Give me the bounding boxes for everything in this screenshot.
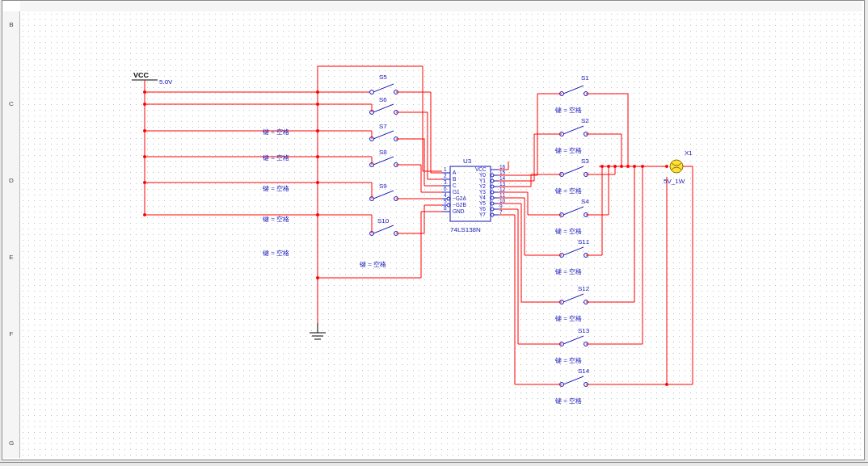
svg-point-175	[620, 165, 623, 168]
svg-text:Y1: Y1	[479, 178, 486, 183]
svg-text:VCC: VCC	[475, 166, 487, 172]
svg-text:S5: S5	[379, 73, 387, 81]
svg-text:S8: S8	[379, 149, 387, 156]
svg-text:14: 14	[499, 175, 506, 181]
switch-S2[interactable]: S2	[560, 117, 590, 136]
key-label: 键 = 空格	[554, 397, 582, 405]
svg-point-186	[665, 383, 668, 386]
svg-point-15	[370, 90, 374, 94]
svg-text:C: C	[453, 183, 457, 188]
svg-point-88	[447, 204, 450, 207]
svg-text:74LS138N: 74LS138N	[450, 226, 481, 233]
switch-S10[interactable]: S10	[370, 217, 398, 236]
svg-text:S1: S1	[581, 74, 589, 82]
svg-point-102	[491, 202, 494, 205]
schematic-canvas[interactable]: VCC 5.0V 键 = 空格	[20, 11, 862, 458]
svg-point-94	[491, 179, 494, 183]
svg-text:S4: S4	[581, 198, 589, 205]
svg-text:3: 3	[444, 179, 447, 185]
svg-point-98	[491, 191, 494, 194]
ground-symbol	[310, 323, 326, 339]
svg-point-176	[626, 165, 630, 168]
svg-text:Y4: Y4	[479, 195, 486, 200]
svg-text:S7: S7	[379, 123, 387, 130]
svg-text:16: 16	[499, 164, 506, 170]
svg-text:9: 9	[499, 204, 503, 209]
svg-line-26	[373, 131, 394, 139]
svg-point-173	[607, 165, 610, 168]
ruler-label: F	[3, 330, 19, 338]
switch-S8[interactable]: S8	[370, 149, 398, 167]
ruler-label: G	[3, 439, 19, 447]
schematic-svg: VCC 5.0V 键 = 空格	[20, 11, 862, 458]
svg-text:~G2B: ~G2B	[453, 202, 466, 208]
svg-point-179	[665, 165, 668, 168]
switch-S3[interactable]: S3	[560, 157, 590, 177]
svg-point-174	[613, 165, 617, 168]
svg-line-165	[563, 336, 584, 344]
switch-S14[interactable]: S14	[560, 367, 590, 387]
switch-S12[interactable]: S12	[560, 285, 590, 304]
switch-S5[interactable]: S5	[370, 73, 398, 94]
svg-line-161	[563, 294, 584, 302]
svg-line-149	[563, 166, 584, 174]
svg-point-86	[447, 197, 450, 200]
ruler-label: E	[3, 254, 19, 261]
key-label: 键 = 空格	[554, 187, 582, 195]
svg-text:S6: S6	[379, 96, 387, 103]
svg-text:6: 6	[444, 186, 447, 191]
key-label: 键 = 空格	[554, 357, 582, 364]
svg-text:5V_1W: 5V_1W	[664, 178, 685, 185]
svg-text:A: A	[453, 170, 457, 175]
ruler-top	[20, 2, 862, 11]
svg-text:S11: S11	[578, 238, 590, 246]
svg-line-141	[563, 86, 584, 94]
switch-S6[interactable]: S6	[370, 96, 398, 115]
svg-text:U3: U3	[463, 157, 472, 165]
key-label: 键 = 空格	[262, 154, 289, 162]
svg-text:S3: S3	[581, 157, 589, 165]
switch-S4[interactable]: S4	[560, 198, 590, 217]
svg-text:2: 2	[444, 173, 447, 178]
ruler-label: D	[3, 177, 19, 184]
svg-point-77	[316, 276, 319, 279]
ic-U3[interactable]: U3 74LS138N A	[442, 157, 506, 233]
svg-text:S2: S2	[581, 117, 589, 124]
switch-S11[interactable]: S11	[560, 238, 590, 258]
switch-S1[interactable]: S1	[560, 74, 590, 96]
svg-text:10: 10	[499, 198, 506, 204]
svg-point-48	[316, 155, 319, 158]
key-label: 键 = 空格	[554, 268, 582, 275]
svg-point-46	[316, 103, 319, 106]
svg-point-45	[316, 90, 319, 94]
svg-point-50	[316, 213, 319, 216]
svg-line-153	[563, 207, 584, 215]
svg-text:G1: G1	[453, 189, 460, 195]
svg-text:Y2: Y2	[479, 183, 486, 189]
svg-text:15: 15	[499, 170, 506, 175]
key-label: 键 = 空格	[554, 315, 582, 322]
key-label: 键 = 空格	[262, 185, 289, 192]
switch-S13[interactable]: S13	[560, 327, 590, 346]
svg-text:1: 1	[444, 166, 447, 172]
svg-text:4: 4	[444, 192, 447, 198]
svg-line-145	[563, 126, 584, 134]
svg-text:S14: S14	[578, 367, 590, 375]
ruler-label: B	[3, 21, 19, 28]
switch-S9[interactable]: S9	[370, 183, 398, 201]
svg-point-172	[600, 165, 604, 168]
switch-S7[interactable]: S7	[370, 123, 398, 141]
svg-line-157	[563, 247, 584, 255]
key-label: 键 = 空格	[554, 107, 582, 114]
svg-text:Y3: Y3	[479, 189, 486, 195]
svg-point-180	[670, 160, 683, 173]
svg-point-96	[491, 185, 494, 188]
key-label: 键 = 空格	[262, 128, 289, 136]
svg-text:Y5: Y5	[479, 200, 486, 206]
svg-point-106	[491, 213, 494, 216]
svg-text:7: 7	[499, 209, 503, 215]
key-label: 键 = 空格	[262, 250, 289, 257]
svg-line-17	[373, 84, 394, 92]
svg-line-41	[373, 225, 394, 233]
svg-text:~G2A: ~G2A	[453, 195, 466, 201]
